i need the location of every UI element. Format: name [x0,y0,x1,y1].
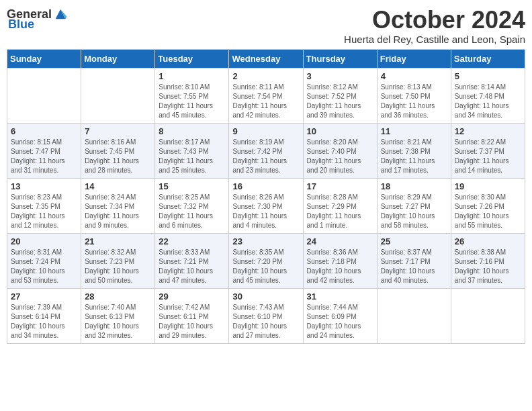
calendar-cell: 4Sunrise: 8:13 AM Sunset: 7:50 PM Daylig… [377,68,451,123]
day-number: 25 [381,236,447,246]
calendar-cell: 24Sunrise: 8:36 AM Sunset: 7:18 PM Dayli… [303,233,377,288]
day-info: Sunrise: 8:26 AM Sunset: 7:30 PM Dayligh… [232,193,299,230]
day-number: 24 [307,236,373,246]
calendar-cell: 13Sunrise: 8:23 AM Sunset: 7:35 PM Dayli… [7,178,81,233]
calendar-cell [451,288,525,343]
calendar-cell: 27Sunrise: 7:39 AM Sunset: 6:14 PM Dayli… [7,288,81,343]
calendar-cell: 2Sunrise: 8:11 AM Sunset: 7:54 PM Daylig… [229,68,303,123]
day-number: 18 [381,181,447,191]
day-info: Sunrise: 8:29 AM Sunset: 7:27 PM Dayligh… [381,193,447,230]
calendar-cell: 12Sunrise: 8:22 AM Sunset: 7:37 PM Dayli… [451,123,525,178]
day-number: 30 [232,291,299,302]
calendar-week-row: 13Sunrise: 8:23 AM Sunset: 7:35 PM Dayli… [7,178,525,233]
calendar-cell: 11Sunrise: 8:21 AM Sunset: 7:38 PM Dayli… [377,123,451,178]
day-number: 23 [232,236,299,246]
day-number: 20 [11,236,77,246]
day-number: 5 [455,71,521,81]
col-header-wednesday: Wednesday [229,49,303,68]
day-info: Sunrise: 7:42 AM Sunset: 6:11 PM Dayligh… [159,303,225,340]
calendar-cell: 31Sunrise: 7:44 AM Sunset: 6:09 PM Dayli… [303,288,377,343]
day-number: 28 [85,291,151,302]
day-info: Sunrise: 8:23 AM Sunset: 7:35 PM Dayligh… [11,193,77,230]
calendar-cell [7,68,81,123]
calendar-cell: 7Sunrise: 8:16 AM Sunset: 7:45 PM Daylig… [81,123,155,178]
day-info: Sunrise: 8:10 AM Sunset: 7:55 PM Dayligh… [159,83,225,120]
calendar-cell: 9Sunrise: 8:19 AM Sunset: 7:42 PM Daylig… [229,123,303,178]
day-info: Sunrise: 8:35 AM Sunset: 7:20 PM Dayligh… [232,248,299,285]
col-header-saturday: Saturday [451,49,525,68]
day-info: Sunrise: 8:32 AM Sunset: 7:23 PM Dayligh… [85,248,151,285]
logo-icon [53,7,68,21]
calendar-cell: 8Sunrise: 8:17 AM Sunset: 7:43 PM Daylig… [155,123,229,178]
day-number: 14 [85,181,151,191]
day-number: 31 [307,291,373,302]
day-number: 2 [232,71,299,81]
day-number: 7 [85,126,151,136]
day-number: 9 [232,126,299,136]
day-info: Sunrise: 8:14 AM Sunset: 7:48 PM Dayligh… [455,83,521,120]
day-info: Sunrise: 8:19 AM Sunset: 7:42 PM Dayligh… [232,138,299,175]
day-info: Sunrise: 8:31 AM Sunset: 7:24 PM Dayligh… [11,248,77,285]
day-number: 27 [11,291,77,302]
month-title: October 2024 [344,7,525,34]
day-number: 17 [307,181,373,191]
day-info: Sunrise: 7:44 AM Sunset: 6:09 PM Dayligh… [307,303,373,340]
calendar-header-row: SundayMondayTuesdayWednesdayThursdayFrid… [7,49,525,68]
day-number: 13 [11,181,77,191]
calendar-cell: 18Sunrise: 8:29 AM Sunset: 7:27 PM Dayli… [377,178,451,233]
day-info: Sunrise: 8:28 AM Sunset: 7:29 PM Dayligh… [307,193,373,230]
day-info: Sunrise: 8:36 AM Sunset: 7:18 PM Dayligh… [307,248,373,285]
calendar-cell: 3Sunrise: 8:12 AM Sunset: 7:52 PM Daylig… [303,68,377,123]
calendar-table: SundayMondayTuesdayWednesdayThursdayFrid… [7,49,525,344]
calendar-cell [377,288,451,343]
day-info: Sunrise: 8:38 AM Sunset: 7:16 PM Dayligh… [455,248,521,285]
calendar-cell: 15Sunrise: 8:25 AM Sunset: 7:32 PM Dayli… [155,178,229,233]
calendar-cell: 28Sunrise: 7:40 AM Sunset: 6:13 PM Dayli… [81,288,155,343]
calendar-cell: 30Sunrise: 7:43 AM Sunset: 6:10 PM Dayli… [229,288,303,343]
day-number: 19 [455,181,521,191]
calendar-cell: 21Sunrise: 8:32 AM Sunset: 7:23 PM Dayli… [81,233,155,288]
calendar-cell: 14Sunrise: 8:24 AM Sunset: 7:34 PM Dayli… [81,178,155,233]
col-header-tuesday: Tuesday [155,49,229,68]
day-info: Sunrise: 8:37 AM Sunset: 7:17 PM Dayligh… [381,248,447,285]
calendar-cell: 29Sunrise: 7:42 AM Sunset: 6:11 PM Dayli… [155,288,229,343]
day-info: Sunrise: 8:20 AM Sunset: 7:40 PM Dayligh… [307,138,373,175]
calendar-cell: 19Sunrise: 8:30 AM Sunset: 7:26 PM Dayli… [451,178,525,233]
calendar-cell: 17Sunrise: 8:28 AM Sunset: 7:29 PM Dayli… [303,178,377,233]
day-number: 1 [159,71,225,81]
day-info: Sunrise: 8:22 AM Sunset: 7:37 PM Dayligh… [455,138,521,175]
day-info: Sunrise: 8:21 AM Sunset: 7:38 PM Dayligh… [381,138,447,175]
day-info: Sunrise: 8:24 AM Sunset: 7:34 PM Dayligh… [85,193,151,230]
day-number: 8 [159,126,225,136]
day-info: Sunrise: 7:39 AM Sunset: 6:14 PM Dayligh… [11,303,77,340]
col-header-monday: Monday [81,49,155,68]
day-number: 15 [159,181,225,191]
day-info: Sunrise: 8:13 AM Sunset: 7:50 PM Dayligh… [381,83,447,120]
calendar-cell: 1Sunrise: 8:10 AM Sunset: 7:55 PM Daylig… [155,68,229,123]
title-area: October 2024 Huerta del Rey, Castille an… [344,7,525,45]
col-header-sunday: Sunday [7,49,81,68]
logo-blue-text: Blue [8,17,34,32]
calendar-cell: 22Sunrise: 8:33 AM Sunset: 7:21 PM Dayli… [155,233,229,288]
day-info: Sunrise: 8:17 AM Sunset: 7:43 PM Dayligh… [159,138,225,175]
calendar-cell: 6Sunrise: 8:15 AM Sunset: 7:47 PM Daylig… [7,123,81,178]
day-number: 21 [85,236,151,246]
col-header-friday: Friday [377,49,451,68]
day-info: Sunrise: 7:40 AM Sunset: 6:13 PM Dayligh… [85,303,151,340]
day-info: Sunrise: 8:16 AM Sunset: 7:45 PM Dayligh… [85,138,151,175]
day-info: Sunrise: 8:25 AM Sunset: 7:32 PM Dayligh… [159,193,225,230]
calendar-cell: 16Sunrise: 8:26 AM Sunset: 7:30 PM Dayli… [229,178,303,233]
logo: General Blue [7,7,68,32]
col-header-thursday: Thursday [303,49,377,68]
day-info: Sunrise: 7:43 AM Sunset: 6:10 PM Dayligh… [232,303,299,340]
day-info: Sunrise: 8:11 AM Sunset: 7:54 PM Dayligh… [232,83,299,120]
day-number: 22 [159,236,225,246]
location-subtitle: Huerta del Rey, Castille and Leon, Spain [344,34,525,45]
day-number: 29 [159,291,225,302]
day-number: 3 [307,71,373,81]
day-info: Sunrise: 8:15 AM Sunset: 7:47 PM Dayligh… [11,138,77,175]
calendar-week-row: 6Sunrise: 8:15 AM Sunset: 7:47 PM Daylig… [7,123,525,178]
day-info: Sunrise: 8:30 AM Sunset: 7:26 PM Dayligh… [455,193,521,230]
calendar-cell: 10Sunrise: 8:20 AM Sunset: 7:40 PM Dayli… [303,123,377,178]
day-number: 6 [11,126,77,136]
